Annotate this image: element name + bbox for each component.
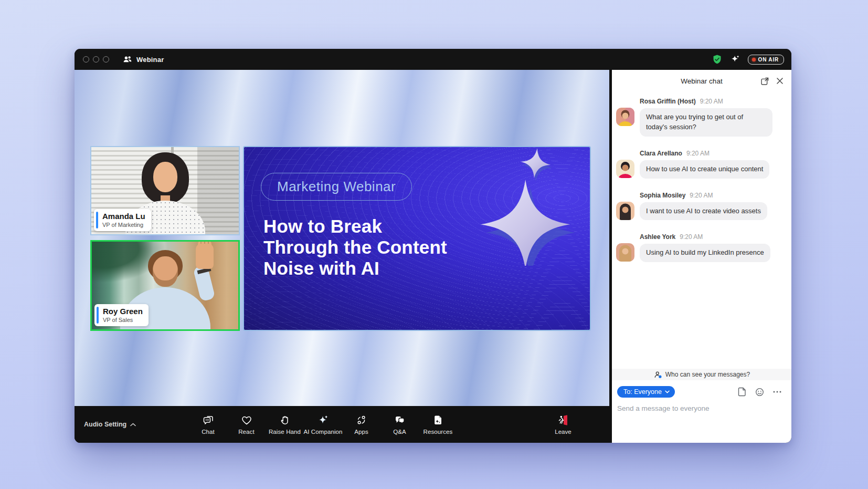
- message-author: Sophia Mosiley: [640, 192, 685, 199]
- message-bubble: What are you trying to get out of today'…: [640, 108, 772, 137]
- qa-bubbles-icon: [394, 414, 406, 426]
- recipient-label: To: Everyone: [623, 388, 662, 396]
- message-input[interactable]: [617, 404, 784, 412]
- message-meta: Clara Arellano9:20 AM: [640, 150, 769, 157]
- slide-title: How to Break Through the Content Noise w…: [263, 216, 447, 279]
- speaker-role: VP of Sales: [101, 316, 143, 324]
- window-titlebar: Webinar ON AIR: [75, 49, 791, 70]
- meeting-canvas: Amanda Lu VP of Marketing: [75, 70, 612, 443]
- message-author: Rosa Griffin (Host): [640, 98, 696, 105]
- privacy-notice-text: Who can see your messages?: [665, 371, 750, 378]
- who-can-see-messages-bar[interactable]: Who can see your messages?: [612, 369, 791, 380]
- chat-header-title: Webinar chat: [681, 77, 722, 85]
- chat-message: Sophia Mosiley9:20 AM I want to use AI t…: [616, 192, 783, 221]
- message-bubble: I want to use AI to create video assets: [640, 202, 767, 221]
- resources-doc-icon: [432, 414, 444, 426]
- window-controls: [83, 56, 109, 63]
- on-air-badge: ON AIR: [748, 55, 784, 65]
- video-tile-amanda[interactable]: Amanda Lu VP of Marketing: [90, 146, 240, 235]
- chat-message-list[interactable]: Rosa Griffin (Host)9:20 AM What are you …: [612, 93, 791, 369]
- message-time: 9:20 AM: [686, 150, 710, 157]
- ai-companion-button[interactable]: AI Companion: [304, 406, 342, 443]
- message-bubble: Using AI to build my LinkedIn presence: [640, 244, 770, 262]
- apps-button[interactable]: Apps: [342, 406, 380, 443]
- audio-setting-label: Audio Setting: [84, 421, 126, 428]
- toolbar-center-buttons: Chat React Raise Hand: [189, 406, 457, 443]
- chat-message: Rosa Griffin (Host)9:20 AM What are you …: [616, 98, 783, 137]
- avatar-clara-arellano: [616, 160, 634, 178]
- avatar-ashlee-york: [616, 243, 634, 262]
- avatar-rosa-griffin: [616, 108, 634, 126]
- chat-message: Ashlee York9:20 AM Using AI to build my …: [616, 233, 783, 262]
- chat-button[interactable]: Chat: [189, 406, 227, 443]
- chevron-up-icon: [130, 423, 136, 426]
- apps-icon: [355, 414, 368, 426]
- on-air-dot: [752, 58, 756, 61]
- leave-label: Leave: [555, 429, 571, 435]
- shared-slide: Marketing Webinar How to Break Through t…: [243, 146, 591, 331]
- resources-button[interactable]: Resources: [419, 406, 457, 443]
- window-title: Webinar: [136, 56, 164, 64]
- close-icon[interactable]: [776, 77, 784, 85]
- qa-button[interactable]: Q&A: [380, 406, 419, 443]
- person-visibility-icon: [653, 370, 662, 379]
- ai-sparkle-icon: [317, 414, 330, 426]
- message-author: Ashlee York: [640, 233, 675, 241]
- security-shield-icon[interactable]: [712, 54, 723, 65]
- message-time: 9:20 AM: [700, 98, 723, 105]
- heart-icon: [240, 414, 253, 426]
- chat-header: Webinar chat: [612, 70, 791, 92]
- message-meta: Rosa Griffin (Host)9:20 AM: [640, 98, 772, 105]
- chat-bubble-icon: [202, 414, 215, 426]
- video-stage: Amanda Lu VP of Marketing: [75, 70, 609, 406]
- on-air-label: ON AIR: [758, 57, 779, 63]
- slide-eyebrow-pill: Marketing Webinar: [261, 173, 412, 201]
- message-time: 9:20 AM: [690, 192, 713, 199]
- more-options-icon[interactable]: [773, 391, 781, 393]
- leave-door-icon: [557, 414, 569, 426]
- attach-file-icon[interactable]: [738, 387, 746, 397]
- webinar-window: Webinar ON AIR: [75, 49, 791, 443]
- recipient-selector[interactable]: To: Everyone: [617, 386, 675, 398]
- message-author: Clara Arellano: [640, 150, 682, 157]
- audio-setting-button[interactable]: Audio Setting: [84, 406, 136, 443]
- chat-composer: To: Everyone: [612, 380, 791, 443]
- message-meta: Sophia Mosiley9:20 AM: [640, 192, 767, 199]
- slide-eyebrow-text: Marketing Webinar: [277, 179, 396, 195]
- slide-3d-stars-decoration: [453, 146, 585, 266]
- webinar-chat-panel: Webinar chat: [612, 70, 791, 443]
- speaker-name: Roy Green: [101, 307, 143, 316]
- titlebar-status-area: ON AIR: [712, 54, 784, 65]
- speaker-name: Amanda Lu: [100, 212, 145, 221]
- message-time: 9:20 AM: [680, 233, 703, 241]
- react-button[interactable]: React: [227, 406, 266, 443]
- name-tag-roy: Roy Green VP of Sales: [94, 304, 149, 326]
- video-tile-roy-active-speaker[interactable]: Roy Green VP of Sales: [90, 240, 240, 331]
- leave-button[interactable]: Leave: [546, 406, 580, 443]
- message-bubble: How to use AI to create unique content: [640, 160, 769, 179]
- app-identity: Webinar: [123, 55, 164, 64]
- pop-out-icon[interactable]: [760, 77, 769, 86]
- speaker-role: VP of Marketing: [100, 221, 145, 228]
- sparkle-icon[interactable]: [730, 54, 740, 65]
- raised-hand-icon: [279, 414, 291, 426]
- avatar-sophia-mosiley: [616, 202, 634, 220]
- window-zoom-button[interactable]: [103, 56, 109, 63]
- name-tag-amanda: Amanda Lu VP of Marketing: [94, 209, 151, 231]
- window-close-button[interactable]: [83, 56, 89, 63]
- raise-hand-button[interactable]: Raise Hand: [266, 406, 304, 443]
- window-content: Amanda Lu VP of Marketing: [75, 70, 791, 443]
- participants-icon: [123, 55, 132, 64]
- chevron-down-icon: [665, 390, 670, 393]
- meeting-toolbar: Audio Setting Chat: [75, 406, 612, 443]
- window-minimize-button[interactable]: [93, 56, 99, 63]
- message-meta: Ashlee York9:20 AM: [640, 233, 770, 241]
- emoji-icon[interactable]: [755, 388, 764, 397]
- chat-message: Clara Arellano9:20 AM How to use AI to c…: [616, 150, 783, 179]
- desktop-background: Webinar ON AIR: [0, 0, 868, 489]
